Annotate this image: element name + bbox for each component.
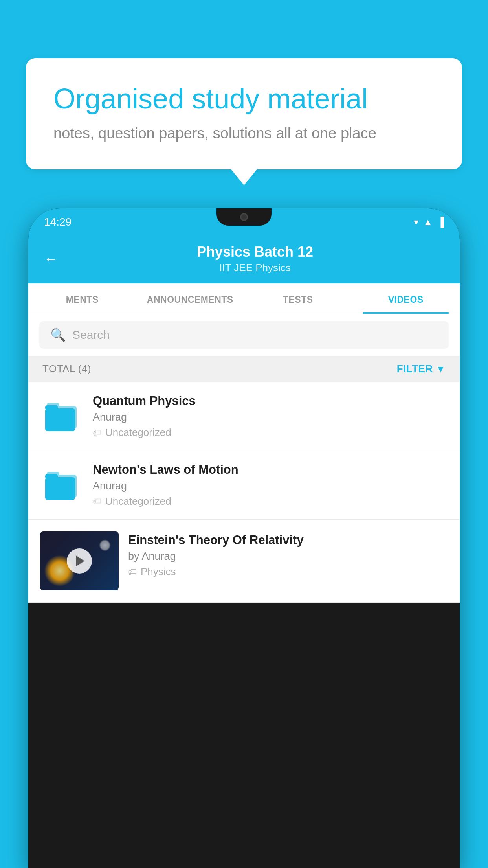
list-item[interactable]: Einstein's Theory Of Relativity by Anura…: [28, 520, 460, 603]
tag-icon: 🏷: [128, 567, 137, 577]
tab-tests[interactable]: TESTS: [244, 283, 352, 314]
svg-rect-2: [45, 408, 75, 431]
speech-bubble-subtext: notes, question papers, solutions all at…: [53, 125, 435, 142]
app-header: ← Physics Batch 12 IIT JEE Physics: [28, 236, 460, 283]
video-list: Quantum Physics Anurag 🏷 Uncategorized: [28, 382, 460, 603]
status-time: 14:29: [44, 216, 72, 228]
search-input[interactable]: Search: [72, 328, 110, 342]
folder-svg: [44, 400, 79, 431]
notch: [216, 208, 272, 226]
item-tag: 🏷 Physics: [128, 566, 448, 578]
search-bar-wrap: 🔍 Search: [28, 314, 460, 356]
item-tag: 🏷 Uncategorized: [93, 427, 448, 439]
tag-icon: 🏷: [93, 497, 101, 507]
item-author: Anurag: [93, 411, 448, 423]
list-item[interactable]: Quantum Physics Anurag 🏷 Uncategorized: [28, 382, 460, 451]
item-info: Newton's Laws of Motion Anurag 🏷 Uncateg…: [93, 463, 448, 508]
screen-content: MENTS ANNOUNCEMENTS TESTS VIDEOS 🔍 Searc…: [28, 283, 460, 603]
filter-label: FILTER: [397, 363, 433, 375]
tag-label: Uncategorized: [105, 427, 171, 439]
tag-label: Uncategorized: [105, 495, 171, 508]
video-thumbnail: [40, 531, 119, 590]
item-info: Quantum Physics Anurag 🏷 Uncategorized: [93, 394, 448, 439]
speech-bubble-heading: Organised study material: [53, 82, 435, 116]
folder-icon: [44, 469, 79, 500]
tab-announcements[interactable]: ANNOUNCEMENTS: [136, 283, 244, 314]
search-bar[interactable]: 🔍 Search: [39, 321, 449, 349]
tab-ments[interactable]: MENTS: [28, 283, 136, 314]
tabs: MENTS ANNOUNCEMENTS TESTS VIDEOS: [28, 283, 460, 314]
battery-icon: ▐: [437, 217, 444, 228]
item-author: by Anurag: [128, 550, 448, 563]
item-title: Einstein's Theory Of Relativity: [128, 533, 448, 547]
item-info: Einstein's Theory Of Relativity by Anura…: [128, 531, 448, 578]
tag-label: Physics: [141, 566, 176, 578]
svg-rect-7: [45, 474, 58, 479]
total-label: TOTAL (4): [42, 363, 91, 375]
svg-rect-6: [45, 477, 75, 500]
item-title: Newton's Laws of Motion: [93, 463, 448, 477]
header-title: Physics Batch 12: [66, 244, 444, 260]
header-subtitle: IIT JEE Physics: [66, 262, 444, 274]
status-icons: ▾ ▲ ▐: [414, 217, 444, 228]
speech-bubble: Organised study material notes, question…: [26, 58, 462, 169]
phone-frame: 14:29 ▾ ▲ ▐ ← Physics Batch 12 IIT JEE P…: [28, 208, 460, 868]
item-author: Anurag: [93, 480, 448, 492]
item-tag: 🏷 Uncategorized: [93, 495, 448, 508]
signal-icon: ▲: [423, 217, 433, 228]
status-bar: 14:29 ▾ ▲ ▐: [28, 208, 460, 236]
filter-icon: ▼: [436, 364, 446, 375]
play-button[interactable]: [67, 548, 92, 574]
filter-button[interactable]: FILTER ▼: [397, 363, 446, 375]
camera: [240, 213, 248, 221]
search-icon: 🔍: [50, 327, 66, 342]
tab-videos[interactable]: VIDEOS: [352, 283, 460, 314]
item-thumbnail: [40, 463, 83, 506]
play-icon: [76, 555, 84, 566]
tag-icon: 🏷: [93, 428, 101, 438]
header-title-wrap: Physics Batch 12 IIT JEE Physics: [66, 244, 444, 274]
back-button[interactable]: ←: [44, 251, 58, 267]
list-item[interactable]: Newton's Laws of Motion Anurag 🏷 Uncateg…: [28, 451, 460, 520]
wifi-icon: ▾: [414, 217, 418, 228]
item-thumbnail: [40, 394, 83, 437]
folder-svg: [44, 469, 79, 500]
svg-rect-3: [45, 405, 58, 410]
filter-bar: TOTAL (4) FILTER ▼: [28, 356, 460, 382]
item-title: Quantum Physics: [93, 394, 448, 408]
folder-icon: [44, 400, 79, 431]
